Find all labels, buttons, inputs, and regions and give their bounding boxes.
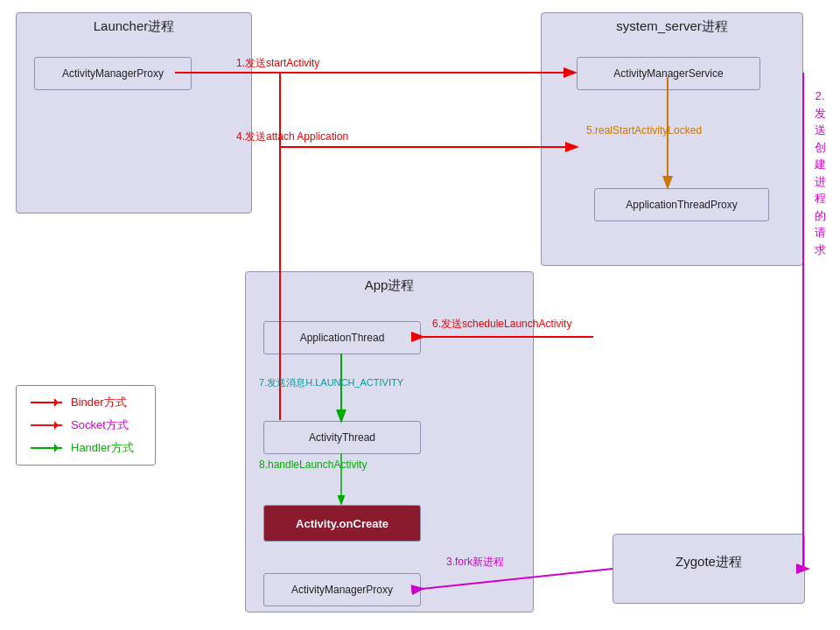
launcher-amp-box: ActivityManagerProxy bbox=[34, 57, 192, 90]
legend-handler-label: Handler方式 bbox=[71, 440, 134, 456]
step4-label: 4.发送attach Application bbox=[236, 130, 348, 144]
legend-handler: Handler方式 bbox=[31, 440, 141, 456]
app-amp-box: ActivityManagerProxy bbox=[263, 573, 421, 606]
atp-label: ApplicationThreadProxy bbox=[626, 199, 737, 211]
step8-label: 8.handleLaunchActivity bbox=[259, 458, 367, 471]
ams-box: ActivityManagerService bbox=[577, 57, 760, 90]
legend-binder: Binder方式 bbox=[31, 395, 141, 410]
legend-binder-line bbox=[31, 402, 62, 403]
activity-thread-box: ActivityThread bbox=[263, 421, 421, 454]
launcher-process-title: Launcher进程 bbox=[17, 13, 251, 40]
diagram-container: Launcher进程 ActivityManagerProxy system_s… bbox=[0, 0, 840, 630]
activity-oncreate-label: Activity.onCreate bbox=[296, 517, 388, 530]
legend-box: Binder方式 Socket方式 Handler方式 bbox=[16, 385, 156, 466]
system-server-process-title: system_server进程 bbox=[542, 13, 802, 40]
legend-socket: Socket方式 bbox=[31, 417, 141, 433]
app-at-box: ApplicationThread bbox=[263, 321, 421, 354]
activity-thread-label: ActivityThread bbox=[309, 431, 375, 444]
step1-label: 1.发送startActivity bbox=[236, 56, 319, 71]
system-server-process-box: system_server进程 ActivityManagerService A… bbox=[541, 12, 803, 266]
activity-oncreate-box: Activity.onCreate bbox=[263, 505, 421, 542]
ams-label: ActivityManagerService bbox=[613, 67, 723, 80]
zygote-process-box: Zygote进程 bbox=[612, 534, 805, 604]
launcher-amp-label: ActivityManagerProxy bbox=[62, 67, 164, 80]
legend-socket-line bbox=[31, 424, 62, 426]
step2-label: 2.发送创建进程的请求 bbox=[808, 88, 831, 385]
legend-handler-line bbox=[31, 447, 62, 449]
step6-label: 6.发送scheduleLaunchActivity bbox=[432, 317, 571, 332]
app-at-label: ApplicationThread bbox=[300, 332, 385, 344]
legend-socket-label: Socket方式 bbox=[71, 417, 129, 433]
step7-label: 7.发送消息H.LAUNCH_ACTIVITY bbox=[259, 376, 403, 389]
zygote-process-title: Zygote进程 bbox=[613, 535, 804, 576]
launcher-process-box: Launcher进程 ActivityManagerProxy bbox=[16, 12, 252, 214]
step3-label: 3.fork新进程 bbox=[446, 555, 504, 570]
atp-box: ApplicationThreadProxy bbox=[594, 188, 769, 221]
step5-label: 5.realStartActivityLocked bbox=[586, 124, 702, 136]
app-amp-label: ActivityManagerProxy bbox=[291, 584, 393, 596]
legend-binder-label: Binder方式 bbox=[71, 395, 127, 410]
app-process-title: App进程 bbox=[246, 272, 533, 299]
